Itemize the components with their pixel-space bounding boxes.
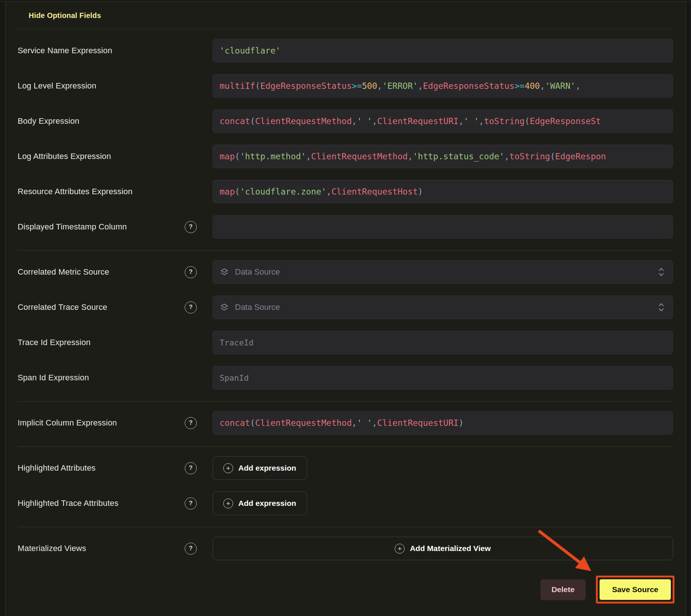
row-body-expression: Body Expression concat(ClientRequestMeth…	[18, 109, 673, 133]
implicit-column-expression-input[interactable]: concat(ClientRequestMethod, ' ', ClientR…	[213, 411, 673, 435]
help-col: ?	[185, 543, 213, 555]
row-log-attributes-expression: Log Attributes Expression map('http.meth…	[18, 145, 673, 168]
row-highlighted-attributes: Highlighted Attributes ? + Add expressio…	[18, 456, 673, 480]
chevron-updown-icon	[657, 261, 665, 283]
help-icon[interactable]: ?	[185, 497, 197, 510]
help-icon[interactable]: ?	[185, 266, 197, 278]
divider	[18, 401, 673, 402]
add-expression-label: Add expression	[238, 499, 296, 508]
resource-attributes-expression-input[interactable]: map('cloudflare.zone', ClientRequestHost…	[213, 180, 673, 203]
help-col: ?	[185, 497, 213, 510]
row-highlighted-trace-attributes: Highlighted Trace Attributes ? + Add exp…	[18, 492, 673, 515]
layers-icon	[220, 267, 229, 277]
row-log-level-expression: Log Level Expression multiIf(EdgeRespons…	[18, 74, 673, 98]
log-attributes-expression-label: Log Attributes Expression	[18, 152, 185, 161]
displayed-timestamp-column-label: Displayed Timestamp Column	[18, 222, 185, 232]
divider	[18, 29, 673, 29]
source-form-panel: Hide Optional Fields Service Name Expres…	[5, 1, 686, 616]
help-col: ?	[185, 266, 213, 278]
help-icon[interactable]: ?	[185, 221, 197, 233]
service-name-expression-label: Service Name Expression	[18, 46, 185, 55]
log-attributes-expression-input[interactable]: map('http.method', ClientRequestMethod, …	[213, 145, 673, 168]
annotation-highlight-box: Save Source	[596, 576, 674, 604]
body-expression-label: Body Expression	[18, 116, 185, 126]
add-materialized-view-button[interactable]: + Add Materialized View	[213, 537, 673, 560]
correlated-metric-source-select[interactable]: Data Source	[213, 260, 673, 284]
log-level-expression-label: Log Level Expression	[18, 81, 185, 91]
plus-circle-icon: +	[395, 544, 405, 554]
hide-optional-fields-link[interactable]: Hide Optional Fields	[29, 11, 101, 20]
divider	[18, 250, 673, 251]
divider	[18, 527, 673, 527]
service-name-expression-input[interactable]: 'cloudflare'	[213, 39, 673, 62]
span-id-expression-input[interactable]	[213, 366, 673, 389]
add-materialized-view-label: Add Materialized View	[410, 544, 491, 553]
help-icon[interactable]: ?	[185, 543, 197, 555]
row-span-id-expression: Span Id Expression	[18, 366, 673, 389]
implicit-column-expression-label: Implicit Column Expression	[18, 418, 185, 428]
plus-circle-icon: +	[223, 499, 233, 508]
materialized-views-label: Materialized Views	[18, 544, 185, 553]
row-resource-attributes-expression: Resource Attributes Expression map('clou…	[18, 180, 673, 203]
add-expression-button[interactable]: + Add expression	[213, 492, 307, 515]
form-footer: Delete Save Source	[18, 576, 674, 604]
resource-attributes-expression-label: Resource Attributes Expression	[18, 187, 185, 196]
help-icon[interactable]: ?	[185, 301, 197, 314]
help-col: ?	[185, 462, 213, 474]
row-implicit-column-expression: Implicit Column Expression ? concat(Clie…	[18, 411, 673, 435]
row-materialized-views: Materialized Views ? + Add Materialized …	[18, 537, 673, 560]
row-trace-id-expression: Trace Id Expression	[18, 331, 673, 354]
divider	[18, 446, 673, 447]
span-id-expression-label: Span Id Expression	[18, 373, 185, 383]
add-expression-label: Add expression	[238, 464, 296, 472]
highlighted-attributes-label: Highlighted Attributes	[18, 463, 185, 473]
chevron-updown-icon	[657, 296, 665, 319]
highlighted-trace-attributes-label: Highlighted Trace Attributes	[18, 499, 185, 508]
help-icon[interactable]: ?	[185, 417, 197, 429]
correlated-trace-source-label: Correlated Trace Source	[18, 302, 185, 312]
correlated-metric-source-label: Correlated Metric Source	[18, 267, 185, 277]
help-col: ?	[185, 417, 213, 429]
help-col: ?	[185, 221, 213, 233]
save-source-button[interactable]: Save Source	[599, 579, 671, 600]
help-icon[interactable]: ?	[185, 462, 197, 474]
select-placeholder: Data Source	[235, 302, 280, 312]
correlated-trace-source-select[interactable]: Data Source	[213, 296, 673, 319]
trace-id-expression-label: Trace Id Expression	[18, 338, 185, 347]
select-placeholder: Data Source	[235, 267, 280, 277]
help-col: ?	[185, 301, 213, 314]
row-correlated-trace-source: Correlated Trace Source ? Data Source	[18, 296, 673, 319]
layers-icon	[220, 302, 229, 312]
body-expression-input[interactable]: concat(ClientRequestMethod, ' ', ClientR…	[213, 109, 673, 133]
trace-id-expression-input[interactable]	[213, 331, 673, 354]
row-correlated-metric-source: Correlated Metric Source ? Data Source	[18, 260, 673, 284]
row-service-name-expression: Service Name Expression 'cloudflare'	[18, 39, 673, 62]
add-expression-button[interactable]: + Add expression	[213, 456, 307, 480]
log-level-expression-input[interactable]: multiIf(EdgeResponseStatus >= 500, 'ERRO…	[213, 74, 673, 98]
delete-button[interactable]: Delete	[540, 579, 586, 600]
displayed-timestamp-column-input[interactable]	[213, 215, 673, 239]
plus-circle-icon: +	[223, 463, 233, 473]
row-displayed-timestamp-column: Displayed Timestamp Column ?	[18, 215, 673, 239]
